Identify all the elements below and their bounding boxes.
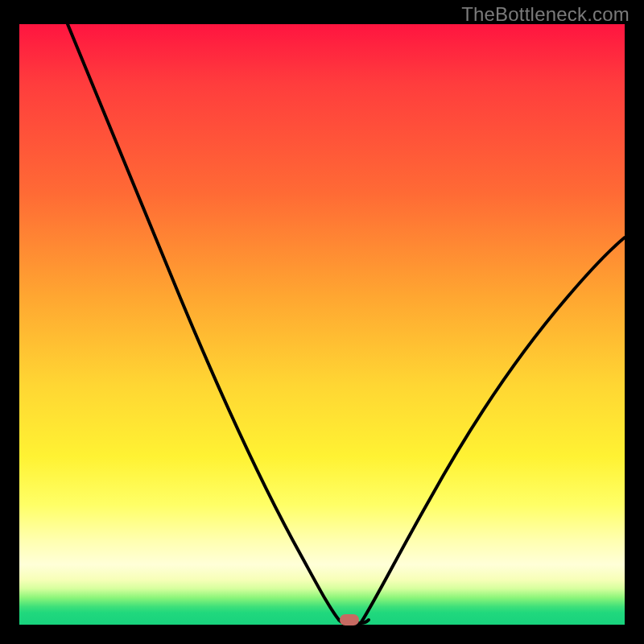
chart-frame: TheBottleneck.com (0, 0, 644, 644)
plot-area (19, 24, 625, 625)
optimum-marker (340, 614, 359, 625)
watermark-text: TheBottleneck.com (461, 3, 630, 26)
bottleneck-curve (19, 24, 625, 625)
